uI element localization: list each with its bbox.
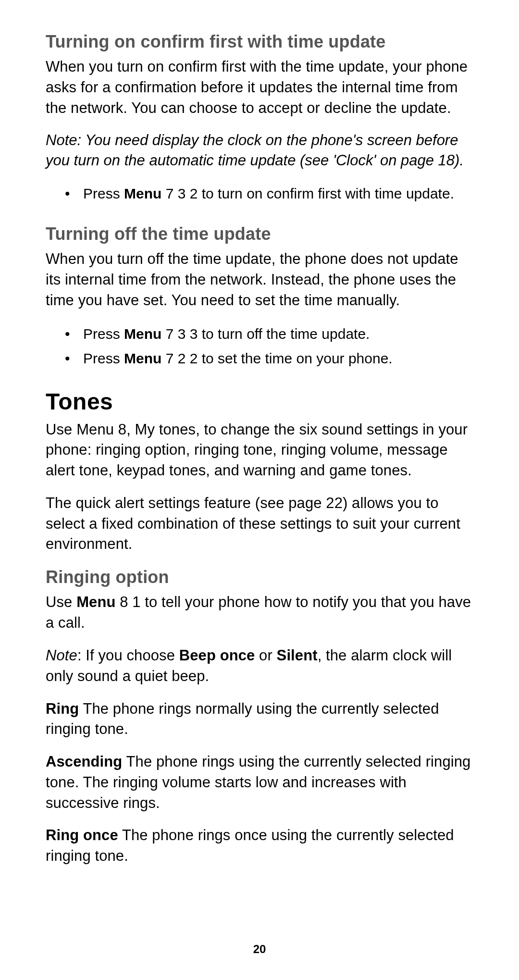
paragraph: Use Menu 8 1 to tell your phone how to n… xyxy=(46,592,476,633)
option-ring-once: Ring once xyxy=(46,827,118,844)
text: Press xyxy=(83,186,124,201)
option-ascending: Ascending xyxy=(46,753,122,770)
list-item: Press Menu 7 3 2 to turn on confirm firs… xyxy=(46,183,476,204)
heading-confirm-first: Turning on confirm first with time updat… xyxy=(46,31,476,52)
text: 7 3 3 to turn off the time update. xyxy=(161,326,370,342)
heading-turn-off-update: Turning off the time update xyxy=(46,223,476,244)
paragraph: Use Menu 8, My tones, to change the six … xyxy=(46,420,476,481)
bullet-list: Press Menu 7 3 3 to turn off the time up… xyxy=(46,323,476,369)
paragraph: Ascending The phone rings using the curr… xyxy=(46,752,476,813)
text: or xyxy=(255,647,276,664)
text: 7 2 2 to set the time on your phone. xyxy=(161,350,392,366)
text: 7 3 2 to turn on confirm first with time… xyxy=(161,186,454,201)
bullet-list: Press Menu 7 3 2 to turn on confirm firs… xyxy=(46,183,476,204)
text: : If you choose xyxy=(77,647,179,664)
paragraph: Ring The phone rings normally using the … xyxy=(46,699,476,740)
document-page: Turning on confirm first with time updat… xyxy=(0,0,519,980)
note-text: Note: You need display the clock on the … xyxy=(46,130,476,171)
menu-keyword: Menu xyxy=(124,350,161,366)
option-silent: Silent xyxy=(277,647,318,664)
list-item: Press Menu 7 3 3 to turn off the time up… xyxy=(46,323,476,345)
note-label: Note xyxy=(46,647,77,664)
menu-keyword: Menu xyxy=(76,594,115,610)
text: The phone rings normally using the curre… xyxy=(46,700,439,738)
menu-keyword: Menu xyxy=(124,326,161,342)
option-beep-once: Beep once xyxy=(179,647,255,664)
paragraph: When you turn off the time update, the p… xyxy=(46,249,476,310)
page-number: 20 xyxy=(0,943,519,956)
menu-keyword: Menu xyxy=(124,186,161,201)
paragraph: The quick alert settings feature (see pa… xyxy=(46,493,476,555)
list-item: Press Menu 7 2 2 to set the time on your… xyxy=(46,347,476,369)
heading-tones: Tones xyxy=(46,388,476,415)
text: Use xyxy=(46,594,76,610)
option-ring: Ring xyxy=(46,700,79,717)
paragraph: Ring once The phone rings once using the… xyxy=(46,825,476,867)
paragraph: When you turn on confirm first with the … xyxy=(46,57,476,118)
text: Press xyxy=(83,350,124,366)
text: Press xyxy=(83,326,124,342)
paragraph-note: Note: If you choose Beep once or Silent,… xyxy=(46,645,476,687)
heading-ringing-option: Ringing option xyxy=(46,567,476,587)
